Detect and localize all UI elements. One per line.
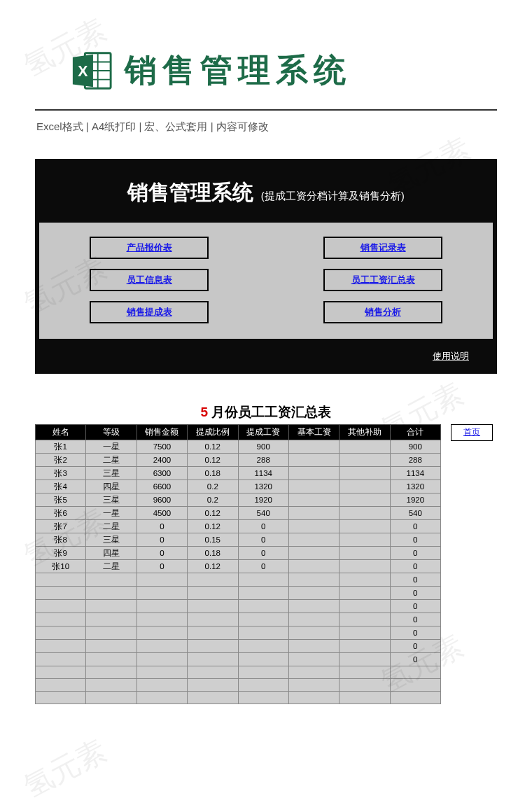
table-row: [36, 679, 441, 692]
title-rest: 月份员工工资汇总表: [208, 405, 331, 419]
table-cell: [288, 653, 339, 666]
table-cell: [36, 679, 86, 692]
table-cell: 0: [390, 560, 440, 573]
table-row: 0: [36, 640, 441, 653]
table-cell: [340, 493, 390, 507]
table-cell: [86, 692, 136, 704]
table-cell: 0: [390, 520, 440, 533]
table-cell: [86, 626, 136, 640]
table-cell: 4500: [136, 507, 187, 520]
watermark: 氢元素: [17, 731, 113, 798]
table-cell: 张3: [36, 467, 86, 480]
table-cell: 900: [390, 440, 440, 454]
table-cell: [238, 587, 288, 600]
table-cell: 张8: [36, 533, 86, 547]
table-cell: 0: [390, 533, 440, 547]
table-cell: [136, 613, 187, 626]
title-month: 5: [201, 405, 209, 419]
table-row: 张3三星63000.1811341134: [36, 467, 441, 480]
table-cell: 张2: [36, 454, 86, 467]
table-cell: [340, 666, 390, 679]
table-cell: [340, 560, 390, 573]
excel-icon: X: [70, 49, 113, 92]
table-cell: 1920: [238, 493, 288, 507]
table-cell: [340, 520, 390, 533]
table-cell: [340, 533, 390, 547]
table-cell: [86, 640, 136, 653]
table-cell: 0: [136, 533, 187, 547]
table-cell: [238, 573, 288, 587]
table-row: 0: [36, 653, 441, 666]
table-cell: 张9: [36, 547, 86, 560]
table-cell: [188, 587, 238, 600]
page-title: 销售管理系统: [125, 49, 351, 92]
table-cell: [238, 692, 288, 704]
home-button[interactable]: 首页: [451, 424, 493, 441]
col-sales: 销售金额: [136, 425, 187, 440]
table-cell: [340, 679, 390, 692]
table-cell: [86, 666, 136, 679]
salary-table-panel: 5 月份员工工资汇总表 姓名 等级 销售金额 提成比例 提成工资 基本工资 其他…: [35, 403, 497, 704]
table-cell: [340, 507, 390, 520]
table-cell: [238, 613, 288, 626]
table-cell: [86, 600, 136, 613]
table-cell: 0: [136, 520, 187, 533]
table-cell: 0: [390, 573, 440, 587]
table-cell: [86, 573, 136, 587]
menu-btn-sales-record[interactable]: 销售记录表: [323, 237, 442, 259]
table-cell: 288: [238, 454, 288, 467]
salary-table: 姓名 等级 销售金额 提成比例 提成工资 基本工资 其他补助 合计 张1一星75…: [35, 424, 441, 704]
usage-link[interactable]: 使用说明: [433, 350, 469, 363]
table-cell: [340, 692, 390, 704]
menu-btn-employee-info[interactable]: 员工信息表: [90, 269, 209, 291]
table-cell: [390, 692, 440, 704]
table-cell: 0.12: [188, 440, 238, 454]
table-cell: 6600: [136, 480, 187, 493]
table-cell: [340, 573, 390, 587]
table-cell: [288, 454, 339, 467]
table-cell: [288, 560, 339, 573]
table-cell: [288, 587, 339, 600]
table-cell: [36, 653, 86, 666]
table-cell: 1320: [238, 480, 288, 493]
table-cell: 0.12: [188, 454, 238, 467]
table-row: [36, 692, 441, 704]
table-cell: 一星: [86, 507, 136, 520]
table-cell: [86, 653, 136, 666]
menu-btn-salary-summary[interactable]: 员工工资汇总表: [323, 269, 442, 291]
table-cell: [288, 480, 339, 493]
table-cell: 0: [136, 547, 187, 560]
table-cell: 张4: [36, 480, 86, 493]
table-row: 0: [36, 600, 441, 613]
menu-btn-commission[interactable]: 销售提成表: [90, 301, 209, 323]
table-cell: [36, 573, 86, 587]
table-cell: [36, 640, 86, 653]
panel-titlebar: 销售管理系统 (提成工资分档计算及销售分析): [35, 159, 497, 223]
table-cell: [86, 613, 136, 626]
table-cell: 900: [238, 440, 288, 454]
table-cell: [238, 666, 288, 679]
table-cell: 三星: [86, 467, 136, 480]
table-row: 张5三星96000.219201920: [36, 493, 441, 507]
table-cell: [136, 653, 187, 666]
table-cell: [188, 666, 238, 679]
menu-btn-sales-analysis[interactable]: 销售分析: [323, 301, 442, 323]
table-cell: [188, 600, 238, 613]
table-row: 张6一星45000.12540540: [36, 507, 441, 520]
table-row: 0: [36, 573, 441, 587]
table-row: 0: [36, 587, 441, 600]
table-cell: [136, 587, 187, 600]
table-cell: [288, 493, 339, 507]
table-cell: [136, 573, 187, 587]
table-cell: 1320: [390, 480, 440, 493]
table-cell: 6300: [136, 467, 187, 480]
menu-btn-product-price[interactable]: 产品报价表: [90, 237, 209, 259]
table-cell: 0: [238, 533, 288, 547]
table-cell: [188, 679, 238, 692]
table-cell: 0: [390, 613, 440, 626]
table-cell: [188, 653, 238, 666]
table-cell: 二星: [86, 560, 136, 573]
table-row: 张9四星00.1800: [36, 547, 441, 560]
col-total: 合计: [390, 425, 440, 440]
table-cell: [288, 692, 339, 704]
